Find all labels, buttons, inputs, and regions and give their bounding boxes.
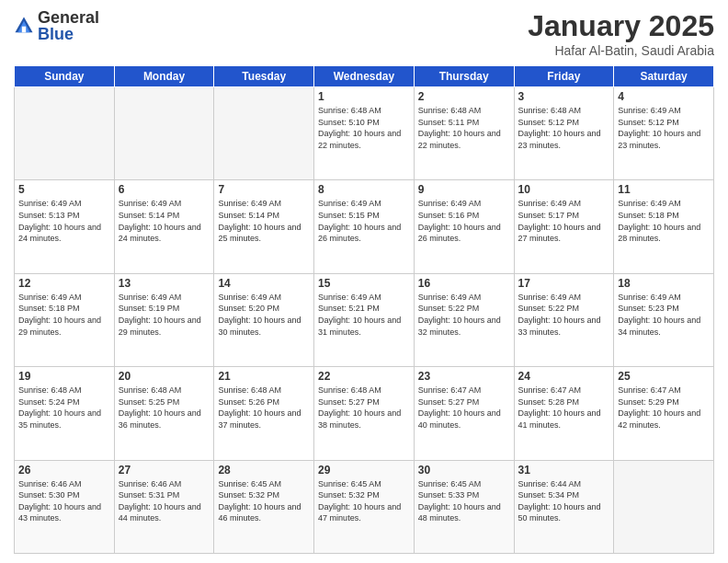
day-cell: 18Sunrise: 6:49 AM Sunset: 5:23 PM Dayli… — [614, 273, 714, 366]
day-cell: 19Sunrise: 6:48 AM Sunset: 5:24 PM Dayli… — [15, 367, 115, 460]
day-info: Sunrise: 6:49 AM Sunset: 5:17 PM Dayligh… — [518, 198, 610, 244]
logo-icon — [14, 16, 34, 36]
logo-text: General Blue — [38, 9, 99, 42]
logo-general-text: General — [38, 9, 99, 26]
day-cell: 28Sunrise: 6:45 AM Sunset: 5:32 PM Dayli… — [214, 460, 314, 553]
day-cell: 11Sunrise: 6:49 AM Sunset: 5:18 PM Dayli… — [614, 180, 714, 273]
day-cell — [15, 87, 115, 180]
day-info: Sunrise: 6:48 AM Sunset: 5:11 PM Dayligh… — [418, 105, 510, 151]
day-cell: 29Sunrise: 6:45 AM Sunset: 5:32 PM Dayli… — [314, 460, 415, 553]
day-number: 20 — [119, 370, 210, 383]
day-cell: 9Sunrise: 6:49 AM Sunset: 5:16 PM Daylig… — [414, 180, 514, 273]
day-number: 27 — [119, 464, 210, 477]
day-number: 18 — [618, 277, 710, 290]
day-cell: 24Sunrise: 6:47 AM Sunset: 5:28 PM Dayli… — [514, 367, 614, 460]
day-number: 26 — [18, 464, 110, 477]
day-info: Sunrise: 6:48 AM Sunset: 5:24 PM Dayligh… — [18, 385, 110, 431]
day-cell: 20Sunrise: 6:48 AM Sunset: 5:25 PM Dayli… — [114, 367, 214, 460]
day-number: 23 — [418, 370, 510, 383]
svg-rect-2 — [22, 27, 26, 33]
day-number: 4 — [618, 90, 710, 103]
day-cell: 5Sunrise: 6:49 AM Sunset: 5:13 PM Daylig… — [15, 180, 115, 273]
calendar-title: January 2025 — [528, 9, 714, 43]
day-number: 30 — [418, 464, 510, 477]
week-row-5: 26Sunrise: 6:46 AM Sunset: 5:30 PM Dayli… — [15, 460, 714, 553]
calendar-page: General Blue January 2025 Hafar Al-Batin… — [0, 0, 728, 563]
day-cell: 6Sunrise: 6:49 AM Sunset: 5:14 PM Daylig… — [114, 180, 214, 273]
day-info: Sunrise: 6:49 AM Sunset: 5:18 PM Dayligh… — [618, 198, 710, 244]
day-info: Sunrise: 6:46 AM Sunset: 5:30 PM Dayligh… — [18, 478, 110, 524]
day-cell: 14Sunrise: 6:49 AM Sunset: 5:20 PM Dayli… — [214, 273, 314, 366]
day-number: 14 — [218, 277, 310, 290]
title-block: January 2025 Hafar Al-Batin, Saudi Arabi… — [528, 9, 714, 58]
week-row-3: 12Sunrise: 6:49 AM Sunset: 5:18 PM Dayli… — [15, 273, 714, 366]
day-info: Sunrise: 6:45 AM Sunset: 5:32 PM Dayligh… — [218, 478, 310, 524]
day-number: 19 — [18, 370, 110, 383]
day-number: 12 — [18, 277, 110, 290]
day-cell: 23Sunrise: 6:47 AM Sunset: 5:27 PM Dayli… — [414, 367, 514, 460]
day-number: 3 — [518, 90, 610, 103]
calendar-subtitle: Hafar Al-Batin, Saudi Arabia — [528, 43, 714, 58]
day-info: Sunrise: 6:45 AM Sunset: 5:32 PM Dayligh… — [318, 478, 410, 524]
day-info: Sunrise: 6:49 AM Sunset: 5:20 PM Dayligh… — [218, 292, 310, 338]
day-number: 25 — [618, 370, 710, 383]
day-cell: 30Sunrise: 6:45 AM Sunset: 5:33 PM Dayli… — [414, 460, 514, 553]
day-info: Sunrise: 6:45 AM Sunset: 5:33 PM Dayligh… — [418, 478, 510, 524]
day-cell: 22Sunrise: 6:48 AM Sunset: 5:27 PM Dayli… — [314, 367, 415, 460]
col-monday: Monday — [114, 66, 214, 87]
day-info: Sunrise: 6:49 AM Sunset: 5:22 PM Dayligh… — [518, 292, 610, 338]
day-number: 13 — [119, 277, 210, 290]
day-cell: 13Sunrise: 6:49 AM Sunset: 5:19 PM Dayli… — [114, 273, 214, 366]
day-cell: 26Sunrise: 6:46 AM Sunset: 5:30 PM Dayli… — [15, 460, 115, 553]
header-row: Sunday Monday Tuesday Wednesday Thursday… — [15, 66, 714, 87]
week-row-4: 19Sunrise: 6:48 AM Sunset: 5:24 PM Dayli… — [15, 367, 714, 460]
day-cell: 7Sunrise: 6:49 AM Sunset: 5:14 PM Daylig… — [214, 180, 314, 273]
day-number: 24 — [518, 370, 610, 383]
day-number: 6 — [119, 183, 210, 196]
day-cell: 15Sunrise: 6:49 AM Sunset: 5:21 PM Dayli… — [314, 273, 415, 366]
day-info: Sunrise: 6:49 AM Sunset: 5:13 PM Dayligh… — [18, 198, 110, 244]
day-number: 5 — [18, 183, 110, 196]
day-info: Sunrise: 6:49 AM Sunset: 5:12 PM Dayligh… — [618, 105, 710, 151]
day-cell: 12Sunrise: 6:49 AM Sunset: 5:18 PM Dayli… — [15, 273, 115, 366]
day-cell — [214, 87, 314, 180]
day-cell: 16Sunrise: 6:49 AM Sunset: 5:22 PM Dayli… — [414, 273, 514, 366]
day-info: Sunrise: 6:46 AM Sunset: 5:31 PM Dayligh… — [119, 478, 210, 524]
day-cell — [114, 87, 214, 180]
col-wednesday: Wednesday — [314, 66, 415, 87]
day-info: Sunrise: 6:49 AM Sunset: 5:18 PM Dayligh… — [18, 292, 110, 338]
day-number: 29 — [318, 464, 410, 477]
calendar-table: Sunday Monday Tuesday Wednesday Thursday… — [14, 65, 714, 554]
col-sunday: Sunday — [15, 66, 115, 87]
col-friday: Friday — [514, 66, 614, 87]
day-cell — [614, 460, 714, 553]
day-info: Sunrise: 6:47 AM Sunset: 5:27 PM Dayligh… — [418, 385, 510, 431]
col-tuesday: Tuesday — [214, 66, 314, 87]
day-info: Sunrise: 6:48 AM Sunset: 5:25 PM Dayligh… — [119, 385, 210, 431]
day-cell: 8Sunrise: 6:49 AM Sunset: 5:15 PM Daylig… — [314, 180, 415, 273]
header: General Blue January 2025 Hafar Al-Batin… — [14, 9, 714, 58]
day-info: Sunrise: 6:47 AM Sunset: 5:29 PM Dayligh… — [618, 385, 710, 431]
day-cell: 25Sunrise: 6:47 AM Sunset: 5:29 PM Dayli… — [614, 367, 714, 460]
day-info: Sunrise: 6:49 AM Sunset: 5:23 PM Dayligh… — [618, 292, 710, 338]
day-info: Sunrise: 6:49 AM Sunset: 5:14 PM Dayligh… — [119, 198, 210, 244]
day-number: 22 — [318, 370, 410, 383]
day-number: 1 — [318, 90, 410, 103]
day-cell: 27Sunrise: 6:46 AM Sunset: 5:31 PM Dayli… — [114, 460, 214, 553]
day-cell: 4Sunrise: 6:49 AM Sunset: 5:12 PM Daylig… — [614, 87, 714, 180]
day-number: 2 — [418, 90, 510, 103]
day-number: 21 — [218, 370, 310, 383]
day-number: 9 — [418, 183, 510, 196]
day-cell: 2Sunrise: 6:48 AM Sunset: 5:11 PM Daylig… — [414, 87, 514, 180]
logo-blue-text: Blue — [38, 26, 99, 42]
day-info: Sunrise: 6:48 AM Sunset: 5:12 PM Dayligh… — [518, 105, 610, 151]
day-info: Sunrise: 6:48 AM Sunset: 5:26 PM Dayligh… — [218, 385, 310, 431]
day-cell: 1Sunrise: 6:48 AM Sunset: 5:10 PM Daylig… — [314, 87, 415, 180]
day-info: Sunrise: 6:49 AM Sunset: 5:14 PM Dayligh… — [218, 198, 310, 244]
day-number: 28 — [218, 464, 310, 477]
day-number: 17 — [518, 277, 610, 290]
logo: General Blue — [14, 9, 99, 42]
day-info: Sunrise: 6:49 AM Sunset: 5:19 PM Dayligh… — [119, 292, 210, 338]
week-row-2: 5Sunrise: 6:49 AM Sunset: 5:13 PM Daylig… — [15, 180, 714, 273]
col-saturday: Saturday — [614, 66, 714, 87]
